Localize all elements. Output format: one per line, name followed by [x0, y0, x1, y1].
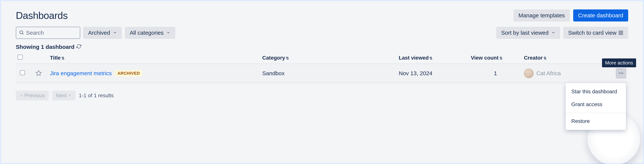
search-field[interactable] [16, 27, 80, 39]
svg-rect-4 [619, 33, 620, 35]
dashboards-table: Title⇅ Category⇅ Last viewed⇅ View count… [16, 52, 628, 83]
svg-rect-2 [619, 31, 620, 32]
svg-rect-5 [621, 33, 623, 35]
more-actions-menu: Star this dashboard Grant access Restore [566, 83, 626, 130]
svg-point-8 [621, 73, 622, 74]
sort-icon: ⇅ [286, 57, 289, 59]
svg-line-1 [22, 33, 23, 34]
search-input[interactable] [26, 30, 77, 36]
column-category-label: Category [262, 55, 285, 61]
row-last-viewed: Nov 13, 2024 [397, 64, 469, 83]
switch-view-button[interactable]: Switch to card view [563, 27, 628, 39]
more-icon [618, 70, 624, 77]
svg-point-0 [20, 31, 23, 34]
menu-item-grant-access[interactable]: Grant access [566, 98, 626, 111]
manage-templates-button[interactable]: Manage templates [514, 10, 570, 22]
dashboard-title-link[interactable]: Jira engagement metrics [50, 70, 112, 77]
previous-page-button[interactable]: Previous [16, 91, 49, 100]
next-page-button[interactable]: Next [52, 91, 76, 100]
column-lastviewed-label: Last viewed [399, 55, 429, 61]
column-header-view-count[interactable]: View count⇅ [469, 52, 522, 64]
sort-button[interactable]: Sort by last viewed [496, 27, 560, 39]
column-header-title[interactable]: Title⇅ [48, 52, 260, 64]
next-label: Next [56, 93, 67, 99]
chevron-down-icon [166, 30, 170, 36]
chevron-right-icon [68, 93, 72, 99]
creator-avatar [524, 68, 534, 78]
sort-icon: ⇅ [544, 57, 547, 59]
row-category: Sandbox [260, 64, 397, 83]
column-title-label: Title [50, 55, 61, 61]
column-header-category[interactable]: Category⇅ [260, 52, 397, 64]
switch-view-label: Switch to card view [568, 30, 616, 36]
archived-filter-label: Archived [88, 30, 110, 36]
svg-point-7 [619, 73, 620, 74]
more-actions-tooltip: More actions [602, 58, 636, 67]
star-button[interactable] [34, 69, 43, 78]
create-dashboard-button[interactable]: Create dashboard [573, 10, 628, 22]
archived-badge: ARCHIVED [115, 70, 142, 77]
page-title: Dashboards [16, 10, 68, 21]
svg-marker-6 [36, 70, 41, 75]
sort-label: Sort by last viewed [501, 30, 548, 36]
refresh-icon[interactable] [76, 44, 81, 50]
previous-label: Previous [24, 93, 45, 99]
row-checkbox[interactable] [20, 70, 25, 75]
svg-point-9 [622, 73, 623, 74]
column-header-last-viewed[interactable]: Last viewed⇅ [397, 52, 469, 64]
pagination-summary: 1-1 of 1 results [79, 93, 114, 99]
more-actions-button[interactable] [616, 68, 626, 79]
menu-item-star[interactable]: Star this dashboard [566, 85, 626, 98]
creator-name: Cat Africa [536, 70, 561, 77]
sort-icon: ⇅ [429, 57, 432, 59]
chevron-down-icon [551, 30, 555, 36]
categories-filter-button[interactable]: All categories [125, 27, 175, 39]
archived-filter-button[interactable]: Archived [83, 27, 122, 39]
table-row[interactable]: Jira engagement metrics ARCHIVED Sandbox… [16, 64, 628, 83]
search-icon [19, 30, 24, 36]
svg-rect-3 [621, 31, 623, 32]
result-count: Showing 1 dashboard [16, 44, 74, 50]
row-view-count: 1 [469, 64, 522, 83]
categories-filter-label: All categories [130, 30, 164, 36]
chevron-left-icon [20, 93, 23, 99]
sort-icon: ⇅ [500, 57, 502, 59]
menu-item-restore[interactable]: Restore [566, 115, 626, 128]
column-creator-label: Creator [524, 55, 543, 61]
star-icon [36, 70, 42, 77]
select-all-checkbox[interactable] [18, 55, 22, 60]
grid-icon [618, 30, 623, 35]
sort-icon: ⇅ [62, 57, 64, 59]
column-viewcount-label: View count [471, 55, 498, 61]
menu-separator [566, 113, 626, 113]
chevron-down-icon [113, 30, 117, 36]
column-header-creator[interactable]: Creator⇅ [522, 52, 606, 64]
